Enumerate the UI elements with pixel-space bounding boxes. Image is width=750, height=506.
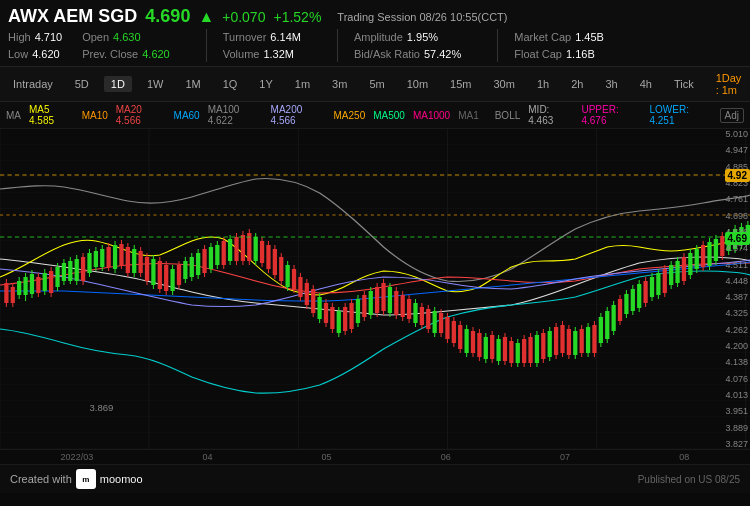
moomoo-name: moomoo — [100, 473, 143, 485]
float-cap-value: 1.16B — [566, 46, 595, 63]
low-label: Low — [8, 46, 28, 63]
ma1000-indicator: MA1000 — [413, 110, 450, 121]
moomoo-branding: Created with m moomoo — [10, 469, 143, 489]
nav-item-2h[interactable]: 2h — [564, 76, 590, 92]
price-label-3889: 3.889 — [706, 423, 748, 433]
nav-item-10m[interactable]: 10m — [400, 76, 435, 92]
stock-ticker: AWX AEM SGD — [8, 6, 137, 27]
price-label-4138: 4.138 — [706, 357, 748, 367]
price-label-4387: 4.387 — [706, 292, 748, 302]
volume-value: 1.32M — [263, 46, 294, 63]
date-label-08: 08 — [679, 452, 689, 462]
ma20-indicator: MA20 4.566 — [116, 104, 166, 126]
bid-ask-label: Bid/Ask Ratio — [354, 46, 420, 63]
ma500-indicator: MA500 — [373, 110, 405, 121]
price-change-pct: +1.52% — [273, 9, 321, 25]
published-info: Published on US 08/25 — [638, 474, 740, 485]
footer: Created with m moomoo Published on US 08… — [0, 464, 750, 493]
up-arrow-icon: ▲ — [198, 8, 214, 26]
nav-item-1m[interactable]: 1M — [178, 76, 207, 92]
nav-item-1d[interactable]: 1D — [104, 76, 132, 92]
open-label: Open — [82, 29, 109, 46]
created-with-text: Created with — [10, 473, 72, 485]
price-label-4698: 4.698 — [706, 211, 748, 221]
price-label-3951: 3.951 — [706, 406, 748, 416]
chart-svg: 3.869 @ — [0, 129, 750, 449]
date-label-04: 04 — [202, 452, 212, 462]
mid-indicator: MID: 4.463 — [528, 104, 573, 126]
date-label-06: 06 — [441, 452, 451, 462]
high-label: High — [8, 29, 31, 46]
date-bar: 2022/03 04 05 06 07 08 — [0, 449, 750, 464]
current-price: 4.690 — [145, 6, 190, 27]
boll-label: BOLL — [495, 110, 521, 121]
nav-item-1y[interactable]: 1Y — [252, 76, 279, 92]
ma60-indicator: MA60 — [174, 110, 200, 121]
nav-item-5d[interactable]: 5D — [68, 76, 96, 92]
ma1-indicator: MA1 — [458, 110, 479, 121]
ma5-indicator: MA5 4.585 — [29, 104, 74, 126]
nav-item-3m[interactable]: 3m — [325, 76, 354, 92]
turnover-label: Turnover — [223, 29, 267, 46]
nav-item-3h[interactable]: 3h — [598, 76, 624, 92]
price-label-4076: 4.076 — [706, 374, 748, 384]
price-label-4511: 4.511 — [706, 260, 748, 270]
high-value: 4.710 — [35, 29, 63, 46]
nav-item-15m[interactable]: 15m — [443, 76, 478, 92]
price-label-4325: 4.325 — [706, 308, 748, 318]
nav-item-1q[interactable]: 1Q — [216, 76, 245, 92]
price-label-4013: 4.013 — [706, 390, 748, 400]
float-cap-label: Float Cap — [514, 46, 562, 63]
amplitude-label: Amplitude — [354, 29, 403, 46]
date-label-mar: 2022/03 — [61, 452, 94, 462]
price-label-4448: 4.448 — [706, 276, 748, 286]
header: AWX AEM SGD 4.690 ▲ +0.070 +1.52% Tradin… — [0, 0, 750, 129]
ma-label: MA — [6, 110, 21, 121]
ma100-indicator: MA100 4.622 — [208, 104, 263, 126]
nav-item-tick[interactable]: Tick — [667, 76, 701, 92]
nav-item-1w[interactable]: 1W — [140, 76, 171, 92]
ma10-indicator: MA10 — [82, 110, 108, 121]
price-change: +0.070 — [222, 9, 265, 25]
moomoo-icon: m — [76, 469, 96, 489]
nav-item-1day-:-1m[interactable]: 1Day : 1m — [709, 70, 749, 98]
price-label-3827: 3.827 — [706, 439, 748, 449]
nav-item-intraday[interactable]: Intraday — [6, 76, 60, 92]
turnover-value: 6.14M — [270, 29, 301, 46]
lower-indicator: LOWER: 4.251 — [649, 104, 711, 126]
bid-ask-value: 57.42% — [424, 46, 461, 63]
nav-bar: Intraday5D1D1W1M1Q1Y1m3m5m10m15m30m1h2h3… — [0, 66, 750, 102]
price-label-4761: 4.761 — [706, 194, 748, 204]
price-label-4200: 4.200 — [706, 341, 748, 351]
price-label-4262: 4.262 — [706, 325, 748, 335]
nav-item-5m[interactable]: 5m — [362, 76, 391, 92]
nav-item-1h[interactable]: 1h — [530, 76, 556, 92]
date-label-05: 05 — [322, 452, 332, 462]
nav-item-4h[interactable]: 4h — [633, 76, 659, 92]
chart-area: 3.869 @ 5.010 4.947 4.885 4.823 4.761 4.… — [0, 129, 750, 449]
amplitude-value: 1.95% — [407, 29, 438, 46]
session-info: Trading Session 08/26 10:55(CCT) — [337, 11, 507, 23]
price-label-4947: 4.947 — [706, 145, 748, 155]
svg-text:3.869: 3.869 — [89, 403, 113, 413]
price-label-5010: 5.010 — [706, 129, 748, 139]
prev-close-value: 4.620 — [142, 46, 170, 63]
indicator-bar: MA MA5 4.585 MA10 MA20 4.566 MA60 MA100 … — [0, 102, 750, 129]
ma250-indicator: MA250 — [334, 110, 366, 121]
date-label-07: 07 — [560, 452, 570, 462]
prev-close-label: Prev. Close — [82, 46, 138, 63]
nav-item-1m[interactable]: 1m — [288, 76, 317, 92]
low-value: 4.620 — [32, 46, 60, 63]
open-value: 4.630 — [113, 29, 141, 46]
market-cap-value: 1.45B — [575, 29, 604, 46]
market-cap-label: Market Cap — [514, 29, 571, 46]
price-tag-492: 4.92 — [725, 169, 750, 182]
volume-label: Volume — [223, 46, 260, 63]
adj-button[interactable]: Adj — [720, 108, 744, 123]
upper-indicator: UPPER: 4.676 — [581, 104, 641, 126]
ma200-indicator: MA200 4.566 — [271, 104, 326, 126]
price-tag-469: 4.69 — [725, 232, 750, 245]
nav-item-30m[interactable]: 30m — [486, 76, 521, 92]
